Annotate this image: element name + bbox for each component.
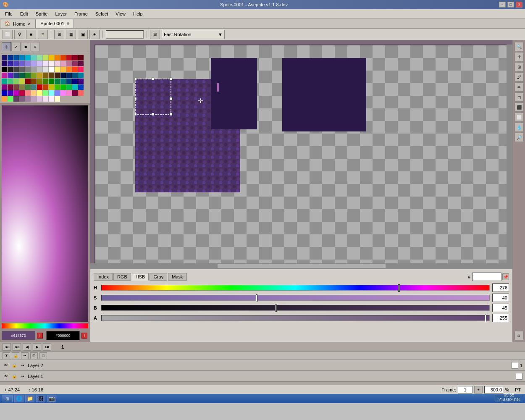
palette-cell-14[interactable] [2, 61, 7, 66]
palette-cell-89[interactable] [31, 90, 37, 96]
palette-cell-101[interactable] [19, 96, 25, 102]
b-slider-track[interactable] [101, 305, 490, 311]
palette-cell-16[interactable] [13, 61, 19, 66]
anim-prev-frame-btn[interactable]: ⏮ [13, 343, 21, 351]
palette-cell-56[interactable] [2, 79, 7, 84]
palette-cell-52[interactable] [60, 73, 66, 78]
palette-cell-41[interactable] [78, 67, 84, 72]
palette-cell-90[interactable] [37, 90, 42, 96]
h-slider-track[interactable] [101, 285, 490, 291]
vertical-scrollbar[interactable] [507, 45, 512, 264]
layer-eye-btn[interactable]: 👁 [3, 352, 10, 359]
palette-cell-70[interactable] [2, 84, 7, 90]
pen-tool-btn[interactable]: 🖊 [514, 72, 524, 81]
palette-cell-31[interactable] [19, 67, 25, 72]
palette-cell-39[interactable] [66, 67, 72, 72]
palette-cell-91[interactable] [43, 90, 48, 96]
hue-bar[interactable] [2, 323, 88, 328]
pin-button[interactable]: 📌 [502, 273, 509, 280]
palette-cell-21[interactable] [43, 61, 48, 66]
bottom-panel-toggle[interactable]: ⊟ [514, 331, 524, 340]
palette-cell-33[interactable] [31, 67, 37, 72]
palette-cell-13[interactable] [78, 55, 84, 60]
palette-cell-102[interactable] [25, 96, 31, 102]
menu-file[interactable]: File [2, 10, 16, 17]
palette-cell-97[interactable] [78, 90, 84, 96]
palette-cell-55[interactable] [78, 73, 84, 78]
a-slider-thumb[interactable] [485, 315, 486, 322]
palette-cell-99[interactable] [8, 96, 13, 102]
palette-cell-104[interactable] [37, 96, 42, 102]
options-tool[interactable]: ≡ [31, 42, 40, 51]
palette-cell-43[interactable] [8, 73, 13, 78]
minimize-button[interactable]: − [499, 2, 506, 8]
palette-cell-35[interactable] [43, 67, 48, 72]
palette-cell-49[interactable] [43, 73, 48, 78]
palette-cell-66[interactable] [60, 79, 66, 84]
anim-prev-btn[interactable]: ◀ [23, 343, 31, 351]
menu-view[interactable]: View [112, 10, 129, 17]
menu-edit[interactable]: Edit [17, 10, 32, 17]
tab-home-close[interactable]: ✕ [28, 22, 31, 26]
palette-cell-17[interactable] [19, 61, 25, 66]
palette-cell-12[interactable] [72, 55, 78, 60]
h-slider-thumb[interactable] [398, 284, 400, 292]
layer-delete-btn[interactable]: □ [39, 352, 47, 359]
anim-first-btn[interactable]: ⏮ [3, 343, 11, 351]
palette-cell-8[interactable] [49, 55, 54, 60]
lasso-tool-btn[interactable]: ⚲ [14, 30, 24, 39]
palette-cell-63[interactable] [43, 79, 48, 84]
fg-warning-icon[interactable]: ! [37, 333, 43, 339]
palette-cell-30[interactable] [13, 67, 19, 72]
color-tab-hsb[interactable]: HSB [132, 273, 149, 281]
close-button[interactable]: ✕ [516, 2, 522, 8]
palette-cell-32[interactable] [25, 67, 31, 72]
palette-cell-51[interactable] [55, 73, 60, 78]
layer-lock-btn[interactable]: 🔒 [12, 352, 19, 359]
palette-cell-73[interactable] [19, 84, 25, 90]
scrollbar-thumb-h[interactable] [217, 263, 386, 268]
pencil-tool-btn[interactable]: ✏ [514, 82, 524, 92]
menu-layer[interactable]: Layer [52, 10, 70, 17]
h-slider-value[interactable] [492, 284, 509, 292]
taskbar-browser-icon[interactable]: 🌐 [14, 395, 24, 402]
palette-cell-62[interactable] [37, 79, 42, 84]
palette-cell-60[interactable] [25, 79, 31, 84]
palette-cell-10[interactable] [60, 55, 66, 60]
move-tool[interactable]: ↙ [11, 42, 21, 51]
palette-cell-37[interactable] [55, 67, 60, 72]
palette-cell-26[interactable] [72, 61, 78, 66]
color-tab-index[interactable]: Index [94, 273, 113, 281]
palette-cell-45[interactable] [19, 73, 25, 78]
palette-cell-29[interactable] [8, 67, 13, 72]
checkerboard-btn[interactable]: ⊞ [54, 30, 64, 39]
s-slider-track[interactable] [101, 295, 490, 301]
b-slider-thumb[interactable] [275, 304, 277, 312]
fill-solid-btn[interactable]: ⬛ [514, 102, 524, 112]
palette-cell-106[interactable] [49, 96, 54, 102]
select-tool[interactable]: ⊹ [2, 42, 11, 51]
eraser-btn[interactable]: ⬜ [514, 113, 524, 122]
palette-cell-58[interactable] [13, 79, 19, 84]
color-tab-gray[interactable]: Gray [150, 273, 167, 281]
fill-tool-btn[interactable]: ■ [26, 30, 36, 39]
palette-cell-24[interactable] [60, 61, 66, 66]
a-slider-value[interactable] [492, 314, 509, 322]
palette-cell-42[interactable] [2, 73, 7, 78]
anim-play-btn[interactable]: ▶ [33, 343, 41, 351]
palette-cell-80[interactable] [60, 84, 66, 90]
menu-help[interactable]: Help [130, 10, 146, 17]
layer-link-btn[interactable]: •• [21, 352, 29, 359]
palette-cell-40[interactable] [72, 67, 78, 72]
crosshair-btn[interactable]: ✛ [514, 52, 524, 61]
palette-cell-86[interactable] [13, 90, 19, 96]
fill2-tool[interactable]: ■ [21, 42, 30, 51]
palette-cell-11[interactable] [66, 55, 72, 60]
menu-sprite[interactable]: Sprite [32, 10, 51, 17]
palette-cell-76[interactable] [37, 84, 42, 90]
zoom-in-btn[interactable]: 🔍 [514, 42, 524, 51]
menu-tool-btn[interactable]: ≡ [38, 30, 48, 39]
horizontal-scrollbar[interactable] [90, 263, 512, 268]
palette-cell-50[interactable] [49, 73, 54, 78]
palette-cell-47[interactable] [31, 73, 37, 78]
